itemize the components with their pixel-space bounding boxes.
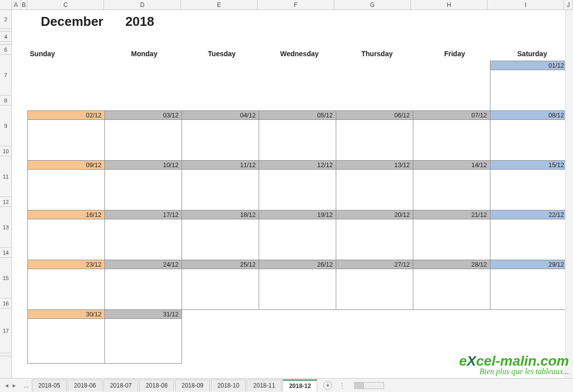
calendar-date-header[interactable]: 07/12 — [413, 110, 490, 120]
row-15[interactable]: 15 — [0, 258, 11, 298]
horizontal-scrollbar[interactable] — [354, 382, 384, 389]
calendar-date-header[interactable]: 29/12 — [490, 260, 568, 270]
calendar-date-body[interactable] — [336, 120, 413, 161]
calendar-date-header[interactable]: 27/12 — [336, 260, 413, 270]
date-notes-area[interactable] — [490, 70, 567, 110]
calendar-date-body[interactable] — [182, 269, 259, 310]
date-notes-area[interactable] — [259, 269, 336, 309]
date-notes-area[interactable] — [336, 219, 413, 260]
calendar-date-header[interactable]: 28/12 — [413, 260, 490, 270]
date-notes-area[interactable] — [28, 219, 104, 260]
calendar-date-body[interactable] — [490, 120, 568, 161]
sheet-tab[interactable]: 2018-11 — [247, 380, 282, 392]
col-B[interactable]: B — [21, 0, 28, 9]
calendar-date-body[interactable] — [336, 269, 413, 310]
calendar-date-body[interactable] — [490, 70, 568, 111]
calendar-date-body[interactable] — [413, 120, 490, 161]
sheet-tab[interactable]: 2018-08 — [139, 380, 174, 392]
calendar-date-header[interactable]: 23/12 — [27, 260, 105, 270]
calendar-date-body[interactable] — [336, 219, 413, 260]
calendar-date-header[interactable]: 06/12 — [336, 110, 413, 120]
date-notes-area[interactable] — [182, 269, 259, 309]
date-notes-area[interactable] — [182, 170, 259, 210]
date-notes-area[interactable] — [105, 319, 182, 363]
date-notes-area[interactable] — [259, 219, 336, 260]
date-notes-area[interactable] — [413, 219, 490, 260]
calendar-date-body[interactable] — [104, 269, 182, 310]
row-12[interactable]: 12 — [0, 197, 11, 207]
calendar-date-body[interactable] — [336, 170, 413, 210]
calendar-date-header[interactable]: 14/12 — [413, 160, 490, 170]
calendar-date-body[interactable] — [259, 120, 336, 161]
calendar-date-body[interactable] — [490, 269, 568, 310]
date-notes-area[interactable] — [490, 120, 567, 160]
date-notes-area[interactable] — [413, 269, 490, 309]
date-notes-area[interactable] — [413, 170, 490, 210]
col-I[interactable]: I — [487, 0, 564, 9]
date-notes-area[interactable] — [336, 120, 413, 160]
date-notes-area[interactable] — [28, 120, 104, 160]
date-notes-area[interactable] — [336, 269, 413, 309]
calendar-date-header[interactable]: 01/12 — [490, 61, 568, 71]
calendar-date-body[interactable] — [104, 170, 182, 210]
col-D[interactable]: D — [104, 0, 181, 9]
calendar-date-body[interactable] — [104, 319, 182, 364]
calendar-date-header[interactable]: 08/12 — [490, 110, 568, 120]
calendar-date-body[interactable] — [104, 219, 182, 260]
sheet-tab[interactable]: 2018-05 — [32, 380, 67, 392]
date-notes-area[interactable] — [105, 269, 182, 309]
col-G[interactable]: G — [334, 0, 411, 9]
col-F[interactable]: F — [258, 0, 334, 9]
select-all-corner[interactable] — [0, 0, 12, 9]
date-notes-area[interactable] — [490, 269, 567, 309]
calendar-date-header[interactable]: 02/12 — [27, 110, 105, 120]
row-17[interactable]: 17 — [0, 308, 11, 353]
tab-nav-next-icon[interactable]: ► — [11, 383, 17, 389]
sheet-tab[interactable]: 2018-12 — [283, 380, 317, 392]
sheet-tab[interactable]: 2018-09 — [175, 380, 210, 392]
date-notes-area[interactable] — [105, 120, 182, 160]
date-notes-area[interactable] — [413, 120, 490, 160]
calendar-date-body[interactable] — [27, 170, 105, 210]
calendar-date-header[interactable]: 10/12 — [104, 160, 182, 170]
date-notes-area[interactable] — [182, 219, 259, 260]
calendar-date-body[interactable] — [259, 269, 336, 310]
calendar-date-header[interactable]: 26/12 — [259, 260, 336, 270]
date-notes-area[interactable] — [105, 170, 182, 210]
calendar-date-header[interactable]: 12/12 — [259, 160, 336, 170]
calendar-date-header[interactable]: 13/12 — [336, 160, 413, 170]
sheet-tab[interactable]: 2018-07 — [103, 380, 138, 392]
row-7[interactable]: 7 — [0, 55, 11, 96]
calendar-date-body[interactable] — [27, 219, 105, 260]
col-C[interactable]: C — [27, 0, 104, 9]
calendar-date-header[interactable]: 20/12 — [336, 210, 413, 220]
calendar-date-header[interactable]: 31/12 — [104, 309, 182, 319]
calendar-date-body[interactable] — [182, 170, 259, 210]
sheet-tab[interactable]: 2018-06 — [68, 380, 102, 392]
date-notes-area[interactable] — [182, 120, 259, 160]
row-18[interactable] — [0, 353, 11, 356]
calendar-date-header[interactable]: 21/12 — [413, 210, 490, 220]
calendar-date-body[interactable] — [182, 120, 259, 161]
row-14[interactable]: 14 — [0, 248, 11, 258]
date-notes-area[interactable] — [28, 269, 104, 309]
calendar-date-header[interactable]: 17/12 — [104, 210, 182, 220]
calendar-date-header[interactable]: 19/12 — [259, 210, 336, 220]
calendar-date-body[interactable] — [259, 170, 336, 210]
new-sheet-button[interactable]: + — [323, 381, 332, 390]
date-notes-area[interactable] — [336, 170, 413, 210]
row-9[interactable]: 9 — [0, 105, 11, 146]
row-13[interactable]: 13 — [0, 207, 11, 248]
date-notes-area[interactable] — [28, 170, 104, 210]
worksheet-area[interactable]: December 2018 Sunday Monday Tuesday Wedn… — [12, 10, 573, 378]
calendar-date-header[interactable]: 09/12 — [27, 160, 105, 170]
calendar-date-body[interactable] — [27, 269, 105, 310]
vertical-scrollbar[interactable] — [565, 10, 573, 378]
calendar-date-header[interactable]: 25/12 — [182, 260, 259, 270]
calendar-date-header[interactable]: 05/12 — [259, 110, 336, 120]
calendar-date-body[interactable] — [27, 319, 105, 364]
date-notes-area[interactable] — [490, 219, 567, 260]
calendar-date-header[interactable]: 11/12 — [182, 160, 259, 170]
calendar-date-body[interactable] — [490, 170, 568, 210]
calendar-date-header[interactable]: 30/12 — [27, 309, 105, 319]
